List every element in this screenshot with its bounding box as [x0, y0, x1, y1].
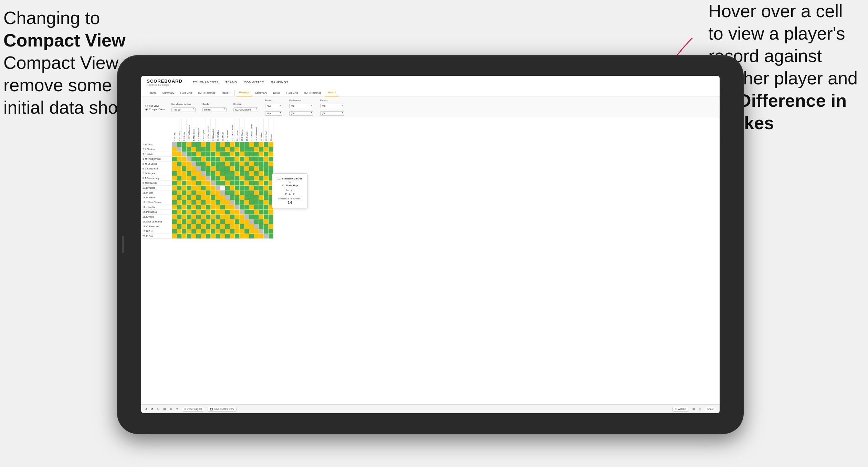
grid-cell-r3-c10[interactable] [216, 152, 220, 157]
grid-cell-r5-c2[interactable] [177, 162, 182, 166]
grid-cell-r4-c17[interactable] [249, 157, 254, 162]
grid-cell-r12-c1[interactable] [172, 195, 177, 200]
grid-cell-r8-c19[interactable] [259, 176, 264, 181]
grid-cell-r14-c7[interactable] [201, 205, 206, 210]
grid-cell-r14-c9[interactable] [211, 205, 216, 210]
grid-cell-r15-c21[interactable] [269, 210, 273, 215]
grid-cell-r3-c13[interactable] [230, 152, 235, 157]
grid-cell-r11-c4[interactable] [187, 190, 191, 195]
grid-cell-r12-c3[interactable] [182, 195, 187, 200]
grid-cell-r15-c20[interactable] [264, 210, 269, 215]
grid-cell-r8-c10[interactable] [216, 176, 220, 181]
grid-cell-r3-c2[interactable] [177, 152, 182, 157]
grid-cell-r4-c2[interactable] [177, 157, 182, 162]
tab-players[interactable]: Players [237, 89, 252, 96]
grid-cell-r4-c7[interactable] [201, 157, 206, 162]
grid-cell-r19-c14[interactable] [235, 229, 240, 234]
watch-btn[interactable]: 👁 Watch ▾ [672, 407, 689, 412]
grid-cell-r12-c7[interactable] [201, 195, 206, 200]
grid-cell-r10-c5[interactable] [191, 186, 196, 190]
grid-cell-r13-c12[interactable] [225, 200, 230, 205]
grid-cell-r20-c4[interactable] [187, 234, 191, 239]
gender-select[interactable]: Men's [202, 107, 227, 112]
grid-cell-r17-c1[interactable] [172, 219, 177, 224]
grid-cell-r19-c5[interactable] [191, 229, 196, 234]
grid-cell-r18-c10[interactable] [216, 224, 220, 229]
grid-cell-r9-c8[interactable] [206, 181, 211, 186]
view-original-btn[interactable]: ⊙ View: Original [182, 407, 204, 412]
grid-cell-r12-c18[interactable] [254, 195, 259, 200]
grid-cell-r14-c4[interactable] [187, 205, 191, 210]
grid-cell-r12-c15[interactable] [240, 195, 244, 200]
grid-cell-r17-c6[interactable] [196, 219, 201, 224]
grid-cell-r1-c17[interactable] [249, 142, 254, 147]
grid-cell-r9-c5[interactable] [191, 181, 196, 186]
grid-cell-r7-c17[interactable] [249, 171, 254, 176]
grid-cell-r12-c20[interactable] [264, 195, 269, 200]
tab-summary-1[interactable]: Summary [160, 90, 177, 96]
grid-cell-r15-c14[interactable] [235, 210, 240, 215]
tab-h2h-grid-1[interactable]: H2H Grid [178, 90, 195, 96]
grid-cell-r18-c17[interactable] [249, 224, 254, 229]
grid-cell-r6-c10[interactable] [216, 166, 220, 171]
grid-cell-r16-c3[interactable] [182, 215, 187, 219]
grid-cell-r8-c4[interactable] [187, 176, 191, 181]
tab-matrix-2[interactable]: Matrix [325, 89, 339, 96]
grid-cell-r3-c6[interactable] [196, 152, 201, 157]
grid-cell-r2-c9[interactable] [211, 147, 216, 152]
grid-cell-r10-c14[interactable] [235, 186, 240, 190]
grid-cell-r6-c18[interactable] [254, 166, 259, 171]
grid-cell-r1-c13[interactable] [230, 142, 235, 147]
radio-full-view-circle[interactable] [145, 105, 148, 107]
grid-cell-r16-c9[interactable] [211, 215, 216, 219]
grid-cell-r5-c7[interactable] [201, 162, 206, 166]
grid-cell-r15-c17[interactable] [249, 210, 254, 215]
grid-cell-r9-c12[interactable] [225, 181, 230, 186]
grid-cell-r8-c13[interactable] [230, 176, 235, 181]
grid-cell-r18-c11[interactable] [220, 224, 225, 229]
grid-cell-r13-c17[interactable] [249, 200, 254, 205]
grid-cell-r2-c14[interactable] [235, 147, 240, 152]
grid-cell-r12-c19[interactable] [259, 195, 264, 200]
grid-cell-r10-c2[interactable] [177, 186, 182, 190]
grid-cell-r1-c12[interactable] [225, 142, 230, 147]
grid-cell-r2-c15[interactable] [240, 147, 244, 152]
grid-cell-r8-c18[interactable] [254, 176, 259, 181]
grid-cell-r1-c21[interactable] [269, 142, 273, 147]
grid-cell-r15-c6[interactable] [196, 210, 201, 215]
grid-cell-r5-c9[interactable] [211, 162, 216, 166]
grid-cell-r18-c9[interactable] [211, 224, 216, 229]
grid-cell-r20-c9[interactable] [211, 234, 216, 239]
grid-cell-r15-c12[interactable] [225, 210, 230, 215]
grid-cell-r19-c9[interactable] [211, 229, 216, 234]
grid-cell-r18-c4[interactable] [187, 224, 191, 229]
division-select[interactable]: NCAA Division I [233, 107, 258, 112]
grid-cell-r11-c3[interactable] [182, 190, 187, 195]
grid-cell-r11-c11[interactable] [220, 190, 225, 195]
region-select-2[interactable]: N/A [265, 111, 282, 116]
grid-cell-r2-c20[interactable] [264, 147, 269, 152]
grid-cell-r5-c3[interactable] [182, 162, 187, 166]
grid-cell-r14-c5[interactable] [191, 205, 196, 210]
grid-cell-r1-c3[interactable] [182, 142, 187, 147]
layout-icon[interactable]: ⊞ [692, 407, 695, 411]
grid-cell-r7-c15[interactable] [240, 171, 244, 176]
grid-cell-r11-c14[interactable] [235, 190, 240, 195]
undo2-icon[interactable]: ↺ [151, 407, 154, 411]
grid-cell-r8-c14[interactable] [235, 176, 240, 181]
grid-cell-r1-c7[interactable] [201, 142, 206, 147]
grid-cell-r12-c10[interactable] [216, 195, 220, 200]
grid-cell-r4-c3[interactable] [182, 157, 187, 162]
grid-cell-r6-c1[interactable] [172, 166, 177, 171]
grid-cell-r14-c13[interactable] [230, 205, 235, 210]
tab-teams[interactable]: Teams [145, 90, 159, 96]
grid-cell-r9-c16[interactable] [244, 181, 249, 186]
grid-cell-r1-c16[interactable] [244, 142, 249, 147]
players-select[interactable]: (All) [320, 104, 344, 108]
grid-cell-r15-c7[interactable] [201, 210, 206, 215]
grid-cell-r8-c7[interactable] [201, 176, 206, 181]
grid-cell-r3-c14[interactable] [235, 152, 240, 157]
grid-cell-r10-c9[interactable] [211, 186, 216, 190]
max-players-select[interactable]: Top 25 [171, 107, 196, 112]
grid-cell-r9-c6[interactable] [196, 181, 201, 186]
